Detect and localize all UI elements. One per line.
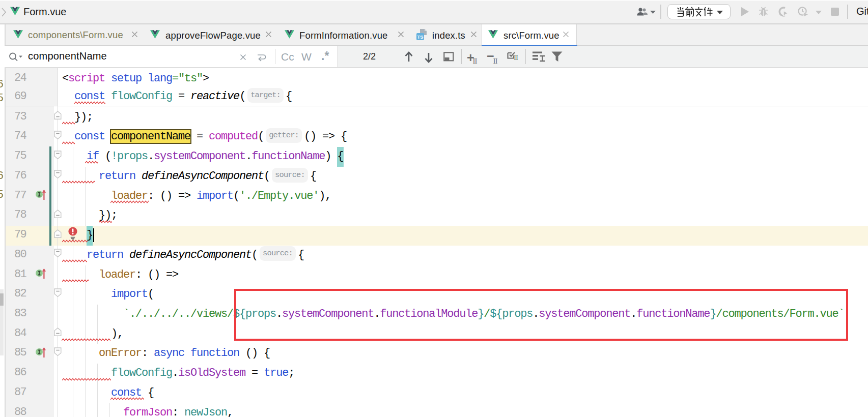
svg-text:TS: TS — [417, 34, 423, 40]
